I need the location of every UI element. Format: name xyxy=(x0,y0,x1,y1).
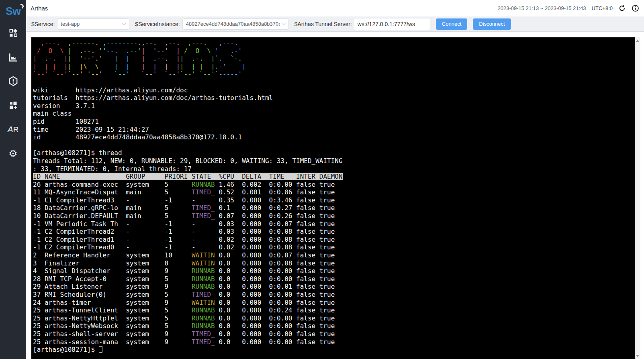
thread-table-row: -1 C2 CompilerThread0 - -1 - 0.02 0.000 … xyxy=(33,243,635,251)
service-instance-select-value: 48927ece4dd748ddaa70aa4858a8b370@ xyxy=(186,21,280,27)
banner-line: ,---. ,------. ,--------.,--. ,--. ,---.… xyxy=(33,39,635,47)
thread-table-row: 3 Finalizer system 8 WAITIN 0.0 0.000 0:… xyxy=(33,259,635,267)
thread-table-row: 25 arthas-session-mana system 9 TIMED_ 0… xyxy=(33,338,635,346)
thread-table-header: ID NAME GROUP PRIORI STATE %CPU DELTA_ T… xyxy=(33,173,635,181)
page: Sw xyxy=(0,0,644,359)
terminal-line xyxy=(33,78,635,86)
connect-button[interactable]: Connect xyxy=(436,18,467,30)
terminal-scrollbar[interactable] xyxy=(635,37,640,359)
info-line: wiki https://arthas.aliyun.com/doc xyxy=(33,86,635,94)
service-select-value: test-app xyxy=(61,21,120,27)
service-select[interactable]: test-app xyxy=(57,18,129,30)
sidebar-item-marketplace[interactable] xyxy=(0,21,26,45)
terminal-cursor xyxy=(99,346,102,353)
disconnect-button[interactable]: Disconnect xyxy=(473,18,511,30)
info-line: tutorials https://arthas.aliyun.com/doc/… xyxy=(33,94,635,102)
sidebar-nav: AR ⚙ xyxy=(0,21,26,165)
thread-table-row: 10 DataCarrier.DEFAULT main 5 TIMED_ 0.0… xyxy=(33,212,635,220)
command-line: [arthas@108271]$ thread xyxy=(33,149,635,157)
tunnel-server-input[interactable] xyxy=(354,18,430,30)
thread-table-row: 18 DataCarrier.gRPC-lo main 5 TIMED_ 0.1… xyxy=(33,204,635,212)
thread-table-row: 25 arthas-TunnelClient system 5 RUNNAB 0… xyxy=(33,306,635,314)
thread-table-row: 24 arthas-timer system 9 WAITIN 0.0 0.00… xyxy=(33,299,635,307)
prompt-line: [arthas@108271]$ xyxy=(33,346,635,354)
thread-table-row: -1 VM Periodic Task Th - -1 - 0.03 0.000… xyxy=(33,220,635,228)
banner-line: | .-. || '--'.' | | | .--. || .-. |`. `-… xyxy=(33,55,635,63)
service-instance-label: $ServiceInstance: xyxy=(135,21,180,27)
time-range[interactable]: 2023-09-15 21:13 ~ 2023-09-15 21:43 xyxy=(498,5,586,11)
terminal[interactable]: ,---. ,------. ,--------.,--. ,--. ,---.… xyxy=(31,37,635,359)
thread-table-row: 29 Attach Listener system 9 RUNNAB 0.0 0… xyxy=(33,283,635,291)
banner-line: `--' `--'`--' '--' `--' `--' `--'`--' `-… xyxy=(33,70,635,78)
info-line: version 3.7.1 xyxy=(33,102,635,110)
banner-line: | | | || |\ \ | | | | | || | | |.-' | xyxy=(33,63,635,71)
service-label: $Service: xyxy=(31,21,55,27)
gear-icon: ⚙ xyxy=(8,149,17,159)
info-line: id 48927ece4dd748ddaa70aa4858a8b370@172.… xyxy=(33,133,635,141)
thread-table-row: 25 arthas-NettyHttpTel system 5 RUNNAB 0… xyxy=(33,314,635,322)
top-bar: Arthas 2023-09-15 21:13 ~ 2023-09-15 21:… xyxy=(26,0,644,16)
summary-line: Threads Total: 112, NEW: 0, RUNNABLE: 29… xyxy=(33,157,635,165)
terminal-line xyxy=(33,141,635,149)
summary-line: : 33, TERMINATED: 0, Internal threads: 1… xyxy=(33,165,635,173)
thread-table-row: -1 C2 CompilerThread2 - -1 - 0.03 0.000 … xyxy=(33,228,635,236)
sidebar-item-settings[interactable]: ⚙ xyxy=(0,141,26,165)
chevron-down-icon xyxy=(122,20,127,25)
banner-line: / O \ | .--. ''--. .--'| '--' | / O \ ' … xyxy=(33,47,635,55)
timezone[interactable]: UTC+8:0 xyxy=(592,5,613,11)
scroll-down-button[interactable] xyxy=(635,353,640,359)
chevron-down-icon xyxy=(281,20,286,25)
ar-icon: AR xyxy=(8,124,19,134)
info-line: time 2023-09-15 21:44:27 xyxy=(33,126,635,134)
thread-table-row: 25 arthas-shell-server system 9 TIMED_ 0… xyxy=(33,330,635,338)
sidebar-item-alerting[interactable] xyxy=(0,69,26,93)
main-area: Arthas 2023-09-15 21:13 ~ 2023-09-15 21:… xyxy=(26,0,644,359)
app-logo-text: Sw xyxy=(6,5,20,18)
service-instance-select[interactable]: 48927ece4dd748ddaa70aa4858a8b370@ xyxy=(182,18,289,30)
content-area: ,---. ,------. ,--------.,--. ,--. ,---.… xyxy=(26,32,644,359)
triangle-down-icon xyxy=(636,355,639,357)
refresh-icon[interactable] xyxy=(618,4,626,12)
app-logo[interactable]: Sw xyxy=(6,2,20,21)
toolbar: $Service: test-app $ServiceInstance: 489… xyxy=(26,16,644,32)
page-title: Arthas xyxy=(31,5,48,12)
sidebar-item-arthas[interactable]: AR xyxy=(0,117,26,141)
thread-table-row: 25 arthas-NettyWebsock system 5 RUNNAB 0… xyxy=(33,322,635,330)
topbar-right: 2023-09-15 21:13 ~ 2023-09-15 21:43 UTC+… xyxy=(498,4,640,12)
thread-table-row: -1 C2 CompilerThread1 - -1 - 0.02 0.000 … xyxy=(33,236,635,244)
alert-hexagon-icon xyxy=(8,76,18,86)
terminal-wrap: ,---. ,------. ,--------.,--. ,--. ,---.… xyxy=(31,37,640,359)
sidebar-item-dashboards[interactable] xyxy=(0,93,26,117)
sidebar-item-general-service[interactable] xyxy=(0,45,26,69)
thread-table-row: 2 Reference Handler system 10 WAITIN 0.0… xyxy=(33,251,635,259)
info-line: main_class xyxy=(33,110,635,118)
grid-plus-icon xyxy=(8,100,18,110)
info-line: pid 108271 xyxy=(33,118,635,126)
sidebar: Sw xyxy=(0,0,26,359)
thread-table-row: -1 C1 CompilerThread3 - -1 - 0.35 0.000 … xyxy=(33,196,635,204)
thread-table-row: 11 MQ-AsyncTraceDispat main 5 TIMED_ 0.5… xyxy=(33,188,635,196)
thread-table-row: 4 Signal Dispatcher system 9 RUNNAB 0.0 … xyxy=(33,267,635,275)
triangle-up-icon xyxy=(636,40,639,42)
thread-table-row: 37 RMI Scheduler(0) system 5 TIMED_ 0.0 … xyxy=(33,291,635,299)
bar-chart-icon xyxy=(8,52,18,62)
marketplace-icon xyxy=(8,28,18,38)
scroll-up-button[interactable] xyxy=(635,37,640,44)
tunnel-server-label: $Arthas Tunnel Server: xyxy=(294,21,352,27)
info-icon[interactable] xyxy=(632,4,639,12)
thread-table-row: 28 RMI TCP Accept-0 system 5 RUNNAB 0.0 … xyxy=(33,275,635,283)
thread-table-row: 26 arthas-command-exec system 5 RUNNAB 1… xyxy=(33,181,635,189)
